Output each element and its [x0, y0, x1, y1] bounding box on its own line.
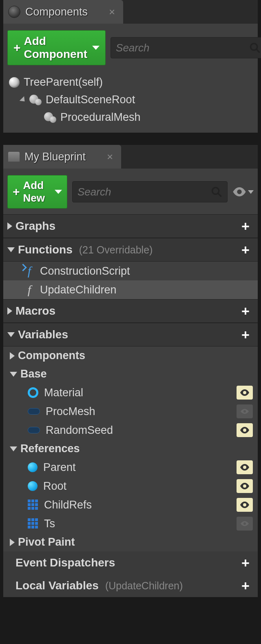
var-procmesh[interactable]: ProcMesh	[3, 402, 258, 421]
category-label: Macros	[15, 304, 55, 318]
variable-type-icon	[28, 408, 40, 415]
search-input[interactable]	[77, 186, 211, 198]
category-variables[interactable]: Variables +	[3, 323, 258, 346]
category-local-variables[interactable]: Local Variables (UpdateChildren) +	[3, 574, 258, 597]
blueprint-tab[interactable]: My Blueprint ×	[3, 145, 121, 169]
add-macro-button[interactable]: +	[237, 303, 254, 319]
visibility-toggle[interactable]	[237, 517, 253, 531]
add-function-button[interactable]: +	[237, 242, 254, 258]
blueprint-panel: + Add New Graphs + Functions (21 Overrid…	[3, 169, 258, 597]
expander-icon[interactable]	[10, 539, 15, 546]
variable-type-icon	[28, 500, 38, 510]
variable-label: Ts	[44, 517, 55, 530]
variable-type-icon	[28, 427, 40, 433]
tree-label: DefaultSceneRoot	[46, 93, 135, 106]
scene-component-icon	[29, 95, 42, 105]
function-label: ConstructionScript	[40, 265, 130, 278]
tree-row-self[interactable]: TreeParent(self)	[7, 73, 254, 91]
visibility-toggle[interactable]	[237, 423, 253, 437]
visibility-toggle[interactable]	[237, 404, 253, 418]
eye-icon	[232, 187, 246, 197]
add-new-button[interactable]: + Add New	[7, 175, 67, 209]
vargroup-label: Base	[20, 368, 47, 380]
search-icon	[211, 186, 222, 198]
visibility-toggle[interactable]	[237, 498, 253, 512]
category-macros[interactable]: Macros +	[3, 299, 258, 323]
blueprint-tab-title: My Blueprint	[24, 151, 86, 163]
category-graphs[interactable]: Graphs +	[3, 214, 258, 238]
expander-icon[interactable]	[20, 96, 27, 103]
components-tab[interactable]: Components ×	[3, 0, 123, 24]
search-input[interactable]	[116, 42, 249, 54]
add-dispatcher-button[interactable]: +	[237, 555, 254, 571]
chevron-down-icon	[248, 190, 254, 194]
plus-icon: +	[13, 41, 21, 55]
visibility-filter-button[interactable]	[232, 187, 254, 197]
var-randomseed[interactable]: RandomSeed	[3, 421, 258, 440]
chevron-down-icon	[55, 190, 62, 194]
expander-icon[interactable]	[7, 222, 12, 230]
function-constructionscript[interactable]: f ConstructionScript	[3, 262, 258, 280]
tree-row-sceneroot[interactable]: DefaultSceneRoot	[7, 91, 254, 109]
category-label: Variables	[18, 328, 68, 341]
svg-line-1	[257, 49, 260, 53]
visibility-toggle[interactable]	[237, 386, 253, 400]
category-label: Local Variables	[15, 579, 99, 592]
expander-icon[interactable]	[7, 247, 15, 252]
var-childrefs[interactable]: ChildRefs	[3, 495, 258, 514]
add-variable-button[interactable]: +	[237, 326, 254, 343]
expander-icon[interactable]	[10, 352, 15, 360]
add-graph-button[interactable]: +	[237, 218, 254, 234]
var-material[interactable]: Material	[3, 383, 258, 402]
expander-icon[interactable]	[10, 446, 17, 451]
expander-icon[interactable]	[10, 372, 17, 377]
variable-label: Material	[44, 386, 83, 399]
add-component-button[interactable]: + Add Component	[7, 30, 106, 65]
vargroup-pivotpaint[interactable]: Pivot Paint	[3, 533, 258, 551]
variable-type-icon	[28, 462, 38, 472]
blueprint-search[interactable]	[72, 181, 228, 202]
components-tab-bar: Components ×	[3, 0, 258, 24]
visibility-toggle[interactable]	[237, 479, 253, 493]
function-label: UpdateChildren	[40, 284, 117, 296]
function-updatechildren[interactable]: f UpdateChildren	[3, 280, 258, 299]
add-local-variable-button[interactable]: +	[237, 577, 254, 594]
vargroup-components[interactable]: Components	[3, 346, 258, 365]
var-ts[interactable]: Ts	[3, 514, 258, 533]
vargroup-base[interactable]: Base	[3, 365, 258, 383]
actor-icon	[9, 77, 20, 88]
blueprint-tab-icon	[8, 152, 20, 162]
svg-line-3	[218, 193, 221, 197]
close-icon[interactable]: ×	[107, 151, 113, 163]
svg-point-0	[251, 44, 257, 50]
add-component-label: Add Component	[24, 35, 88, 61]
variable-label: Root	[43, 480, 66, 493]
expander-icon[interactable]	[7, 307, 12, 315]
vargroup-label: References	[20, 442, 80, 455]
add-new-label: Add New	[23, 179, 50, 204]
function-icon: f	[24, 283, 35, 297]
visibility-toggle[interactable]	[237, 460, 253, 474]
category-label: Graphs	[15, 220, 55, 233]
close-icon[interactable]: ×	[109, 6, 115, 18]
category-event-dispatchers[interactable]: Event Dispatchers +	[3, 551, 258, 574]
vargroup-label: Pivot Paint	[18, 536, 75, 549]
function-icon: f	[24, 264, 35, 278]
search-icon	[249, 42, 261, 53]
expander-icon[interactable]	[7, 332, 15, 337]
svg-point-2	[212, 188, 219, 194]
vargroup-references[interactable]: References	[3, 440, 258, 458]
var-root[interactable]: Root	[3, 477, 258, 495]
variable-label: ProcMesh	[46, 405, 95, 418]
var-parent[interactable]: Parent	[3, 458, 258, 477]
variable-label: ChildRefs	[44, 499, 92, 511]
category-label: Event Dispatchers	[15, 556, 115, 569]
tree-row-procmesh[interactable]: ProceduralMesh	[7, 109, 254, 126]
plus-icon: +	[13, 185, 20, 199]
category-label: Functions	[18, 243, 73, 256]
component-icon	[44, 112, 56, 123]
tree-label: ProceduralMesh	[60, 111, 141, 124]
components-panel: + Add Component TreeParent(self) Default…	[3, 24, 258, 133]
components-search[interactable]	[111, 37, 261, 58]
category-functions[interactable]: Functions (21 Overridable) +	[3, 238, 258, 262]
